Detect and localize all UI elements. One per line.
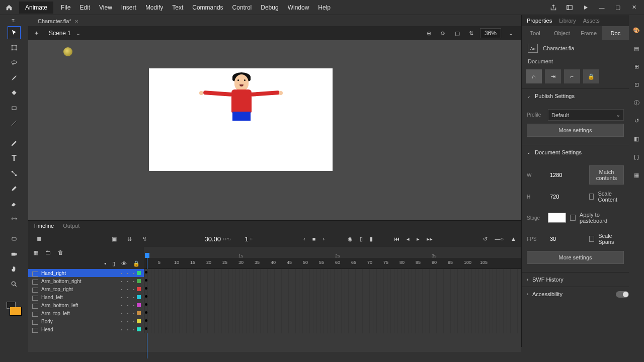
history-icon[interactable]: ↺ bbox=[631, 116, 641, 126]
highlight-col-icon[interactable]: • bbox=[104, 260, 106, 266]
scale-spans-checkbox[interactable] bbox=[589, 236, 594, 242]
layer-color-chip[interactable] bbox=[137, 287, 141, 291]
layer-color-chip[interactable] bbox=[137, 279, 141, 283]
publish-more-button[interactable]: More settings bbox=[527, 124, 624, 137]
width-tool[interactable] bbox=[8, 212, 21, 225]
zoom-tool[interactable] bbox=[8, 278, 21, 291]
menu-window[interactable]: Window bbox=[288, 4, 309, 11]
accessibility-toggle[interactable] bbox=[616, 291, 629, 298]
eraser-tool[interactable] bbox=[8, 197, 21, 210]
apply-pasteboard-checkbox[interactable] bbox=[570, 215, 576, 221]
menu-view[interactable]: View bbox=[99, 4, 112, 11]
snap-button[interactable]: ∩ bbox=[526, 69, 542, 83]
line-tool[interactable] bbox=[8, 117, 21, 130]
layer-frames[interactable] bbox=[144, 309, 521, 317]
layer-frames[interactable] bbox=[144, 285, 521, 293]
step-back-icon[interactable]: ◂ bbox=[407, 236, 410, 242]
window-restore-icon[interactable]: ▢ bbox=[612, 2, 624, 14]
window-close-icon[interactable]: ✕ bbox=[628, 2, 640, 14]
keyframe-marker[interactable] bbox=[145, 303, 147, 306]
play-icon[interactable]: ▸ bbox=[417, 236, 420, 242]
fps-field-value[interactable]: 30 bbox=[548, 234, 585, 243]
profile-select[interactable]: Default⌄ bbox=[548, 109, 624, 121]
scene-nav-icon[interactable]: ✦ bbox=[34, 30, 39, 37]
loop-icon[interactable]: ↺ bbox=[483, 236, 488, 242]
layer-color-chip[interactable] bbox=[137, 319, 141, 323]
menu-help[interactable]: Help bbox=[318, 4, 331, 11]
onion-skin-icon[interactable]: ↯ bbox=[139, 233, 150, 244]
keyframe-marker[interactable] bbox=[145, 311, 147, 314]
panel-icon[interactable] bbox=[564, 2, 576, 14]
guides-button[interactable]: ⇥ bbox=[545, 69, 561, 83]
transform-icon[interactable]: ⊡ bbox=[631, 79, 641, 89]
step-fwd-icon[interactable]: ▸▸ bbox=[427, 236, 433, 242]
play-icon[interactable] bbox=[580, 2, 592, 14]
span-range-icon[interactable]: —○ bbox=[495, 236, 504, 242]
color-swatches[interactable] bbox=[7, 302, 22, 316]
layer-row[interactable]: Hand_left ••• bbox=[28, 293, 521, 301]
layer-color-chip[interactable] bbox=[137, 271, 141, 275]
layer-color-chip[interactable] bbox=[137, 311, 141, 315]
actions-icon[interactable]: { } bbox=[631, 152, 641, 162]
asset-warp-tool[interactable] bbox=[8, 232, 21, 245]
height-value[interactable]: 720 bbox=[548, 192, 585, 201]
keyframe-marker[interactable] bbox=[145, 295, 147, 298]
lock-col-icon[interactable]: 🔒 bbox=[133, 260, 140, 267]
layer-frames[interactable] bbox=[144, 293, 521, 301]
keyframe-icon[interactable]: ◉ bbox=[348, 236, 353, 242]
tab-library[interactable]: Library bbox=[559, 18, 576, 24]
menu-text[interactable]: Text bbox=[172, 4, 183, 11]
file-tab-character[interactable]: Character.fla* ✕ bbox=[33, 16, 84, 26]
stage-canvas[interactable] bbox=[149, 68, 333, 171]
menu-edit[interactable]: Edit bbox=[79, 4, 90, 11]
camera-tool[interactable] bbox=[8, 247, 21, 260]
subtab-doc[interactable]: Doc bbox=[602, 26, 629, 40]
hand-tool[interactable] bbox=[8, 262, 21, 276]
keyframe-marker[interactable] bbox=[145, 327, 147, 330]
keyframe-marker[interactable] bbox=[145, 287, 147, 290]
components-icon[interactable]: ◧ bbox=[631, 134, 641, 144]
layer-row[interactable]: Body ••• bbox=[28, 317, 521, 325]
swatches-icon[interactable]: 🎨 bbox=[631, 25, 641, 35]
docset-more-button[interactable]: More settings bbox=[527, 251, 624, 264]
tab-timeline[interactable]: Timeline bbox=[33, 223, 54, 229]
clip-stage-icon[interactable]: ▢ bbox=[453, 30, 462, 37]
keyframe-marker[interactable] bbox=[145, 279, 147, 282]
menu-modify[interactable]: Modify bbox=[145, 4, 163, 11]
layer-row[interactable]: Head ••• bbox=[28, 325, 521, 333]
document-settings-header[interactable]: ⌄Document Settings bbox=[522, 145, 629, 159]
layer-depth-icon[interactable]: ⇊ bbox=[124, 233, 135, 244]
stop-icon[interactable]: ■ bbox=[312, 236, 316, 242]
go-first-icon[interactable]: ⏮ bbox=[394, 236, 399, 242]
color-icon[interactable]: ▤ bbox=[631, 43, 641, 53]
stage-color-swatch[interactable] bbox=[548, 213, 566, 223]
prev-frame-icon[interactable]: ‹ bbox=[303, 236, 305, 242]
align-icon[interactable]: ⊞ bbox=[631, 61, 641, 71]
layer-color-chip[interactable] bbox=[137, 303, 141, 307]
paint-bucket-tool[interactable] bbox=[8, 86, 21, 100]
share-icon[interactable] bbox=[547, 2, 559, 14]
zoom-stepper-icon[interactable]: ⇅ bbox=[467, 30, 476, 37]
center-stage-icon[interactable]: ⊕ bbox=[425, 30, 434, 37]
width-value[interactable]: 1280 bbox=[548, 170, 585, 179]
samples-icon[interactable]: ▦ bbox=[631, 170, 641, 180]
rotate-stage-icon[interactable]: ⟳ bbox=[439, 30, 448, 37]
camera-icon[interactable]: ▣ bbox=[109, 233, 120, 244]
zoom-dropdown-icon[interactable]: ⌄ bbox=[506, 30, 515, 37]
accessibility-header[interactable]: ›Accessibility bbox=[522, 287, 629, 301]
frame-ruler[interactable]: 5101520253035404550556065707580859095100… bbox=[144, 258, 521, 269]
tab-properties[interactable]: Properties bbox=[527, 18, 552, 24]
scale-content-checkbox[interactable] bbox=[589, 194, 594, 200]
layer-frames[interactable] bbox=[144, 277, 521, 285]
frame-icon[interactable]: ▮ bbox=[370, 236, 373, 242]
window-minimize-icon[interactable]: — bbox=[596, 2, 608, 14]
menu-debug[interactable]: Debug bbox=[261, 4, 278, 11]
rectangle-tool[interactable] bbox=[8, 102, 21, 115]
brush-tool[interactable] bbox=[8, 71, 21, 84]
layer-frames[interactable] bbox=[144, 301, 521, 309]
scene-dropdown-icon[interactable]: ⌄ bbox=[76, 30, 80, 37]
menu-file[interactable]: File bbox=[61, 4, 70, 11]
lasso-tool[interactable] bbox=[8, 56, 21, 69]
layer-color-chip[interactable] bbox=[137, 327, 141, 331]
selection-tool[interactable] bbox=[8, 26, 21, 39]
